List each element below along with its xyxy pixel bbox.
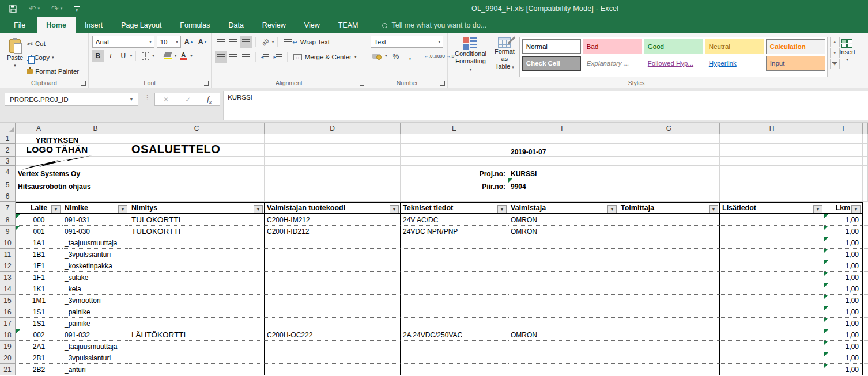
column-header-C[interactable]: C (129, 123, 265, 134)
cell-D17[interactable] (265, 318, 401, 329)
cell-H9[interactable] (720, 226, 824, 237)
tab-file[interactable]: File (2, 17, 37, 33)
font-dialog-launcher-icon[interactable] (204, 81, 209, 86)
cell-H17[interactable] (720, 318, 824, 329)
cell-B12[interactable]: _kosketinpakka (62, 260, 129, 272)
cell-B13[interactable]: _sulake (62, 272, 129, 283)
cell-F1[interactable] (508, 134, 618, 144)
cell-G15[interactable] (618, 295, 720, 306)
row-header-12[interactable]: 12 (0, 260, 16, 272)
cell-E6[interactable] (401, 191, 508, 202)
accounting-format-button[interactable] (371, 50, 382, 62)
column-header-G[interactable]: G (618, 123, 720, 134)
increase-font-size-button[interactable]: A▲ (183, 36, 195, 48)
cell-F18[interactable]: OMRON (508, 329, 618, 341)
cell-C17[interactable] (129, 318, 265, 329)
tab-data[interactable]: Data (219, 17, 252, 33)
decrease-indent-button[interactable]: ◂ (259, 51, 271, 63)
column-header-A[interactable]: A (16, 123, 62, 134)
cell-H10[interactable] (720, 237, 824, 249)
cell-H8[interactable] (720, 214, 824, 226)
cell-F19[interactable] (508, 341, 618, 352)
select-all-corner[interactable] (0, 123, 16, 134)
cell-I6[interactable] (824, 191, 863, 202)
cell-style-good[interactable]: Good (644, 39, 703, 54)
table-header-0[interactable]: Laite▼ (16, 202, 62, 214)
row-header-10[interactable]: 10 (0, 237, 16, 249)
insert-function-icon[interactable]: fx (207, 94, 212, 105)
table-header-6[interactable]: Toimittaja▼ (618, 202, 720, 214)
cell-D12[interactable] (265, 260, 401, 272)
cell-D8[interactable]: C200H-IM212 (265, 214, 401, 226)
copy-button[interactable]: Copy ▾ (27, 52, 79, 64)
cell-G19[interactable] (618, 341, 720, 352)
cell-D20[interactable] (265, 352, 401, 364)
cell-A21[interactable]: 2B2 (16, 364, 62, 375)
merge-center-button[interactable]: ↔ Merge & Center ▾ (291, 51, 359, 63)
cell-I15[interactable]: 1,00 (824, 295, 863, 306)
table-header-4[interactable]: Tekniset tiedot▼ (401, 202, 508, 214)
cell-H19[interactable] (720, 341, 824, 352)
cell-G1[interactable] (618, 134, 720, 144)
cell-I4[interactable] (824, 166, 863, 178)
cell-D6[interactable] (265, 191, 401, 202)
align-center-button[interactable] (228, 51, 239, 63)
cell-H21[interactable] (720, 364, 824, 375)
cell-C4[interactable] (129, 166, 265, 178)
cell-B9[interactable]: 091-030 (62, 226, 129, 237)
cell-C11[interactable] (129, 249, 265, 260)
increase-decimal-button[interactable]: ←.0 .00 (426, 50, 437, 62)
cell-style-neutral[interactable]: Neutral (705, 39, 764, 54)
cell-F20[interactable] (508, 352, 618, 364)
cell-G9[interactable] (618, 226, 720, 237)
cell-A19[interactable]: 2A1 (16, 341, 62, 352)
italic-button[interactable]: I (105, 50, 116, 62)
cell-H20[interactable] (720, 352, 824, 364)
cell-C13[interactable] (129, 272, 265, 283)
redo-icon[interactable]: ↷▾ (51, 3, 62, 14)
cell-F8[interactable]: OMRON (508, 214, 618, 226)
cell-E20[interactable] (401, 352, 508, 364)
cell-C9[interactable]: TULOKORTTI (129, 226, 265, 237)
cell-C12[interactable] (129, 260, 265, 272)
cell-G17[interactable] (618, 318, 720, 329)
cell-H3[interactable] (720, 157, 824, 166)
cell-style-bad[interactable]: Bad (583, 39, 642, 54)
row-header-21[interactable]: 21 (0, 364, 16, 375)
cell-style-normal[interactable]: Normal (522, 39, 581, 54)
cell-C18[interactable]: LÄHTÖKORTTI (129, 329, 265, 341)
filter-button[interactable]: ▼ (497, 205, 507, 214)
number-format-combo[interactable]: Text ▾ (371, 36, 443, 48)
customize-quick-access-toolbar-icon[interactable]: ▾ (74, 6, 80, 12)
row-header-8[interactable]: 8 (0, 214, 16, 226)
row-header-14[interactable]: 14 (0, 283, 16, 295)
cell-H6[interactable] (720, 191, 824, 202)
cell-B19[interactable]: _taajuusmuuttaja (62, 341, 129, 352)
cell-H11[interactable] (720, 249, 824, 260)
cell-F13[interactable] (508, 272, 618, 283)
number-dialog-launcher-icon[interactable] (440, 81, 445, 86)
cell-I9[interactable]: 1,00 (824, 226, 863, 237)
cell-A12[interactable]: 1F1 (16, 260, 62, 272)
column-header-D[interactable]: D (265, 123, 401, 134)
table-header-7[interactable]: Lisätiedot▼ (720, 202, 824, 214)
cell-D13[interactable] (265, 272, 401, 283)
cell-G16[interactable] (618, 306, 720, 318)
cell-D18[interactable]: C200H-OC222 (265, 329, 401, 341)
cell-A6[interactable] (16, 191, 62, 202)
align-right-button[interactable] (240, 51, 252, 63)
cell-H15[interactable] (720, 295, 824, 306)
tab-team[interactable]: TEAM (329, 17, 368, 33)
cell-H2[interactable] (720, 144, 824, 157)
cell-I2[interactable] (824, 144, 863, 157)
cancel-icon[interactable]: ✕ (163, 96, 169, 104)
cell-C14[interactable] (129, 283, 265, 295)
tell-me-box[interactable]: Tell me what you want to do... (382, 17, 486, 33)
tab-insert[interactable]: Insert (76, 17, 112, 33)
filter-button[interactable]: ▼ (118, 205, 127, 214)
cell-D10[interactable] (265, 237, 401, 249)
cell-I17[interactable]: 1,00 (824, 318, 863, 329)
cell-D19[interactable] (265, 341, 401, 352)
cell-F21[interactable] (508, 364, 618, 375)
insert-cells-button[interactable]: Insert ▾ (829, 36, 866, 65)
